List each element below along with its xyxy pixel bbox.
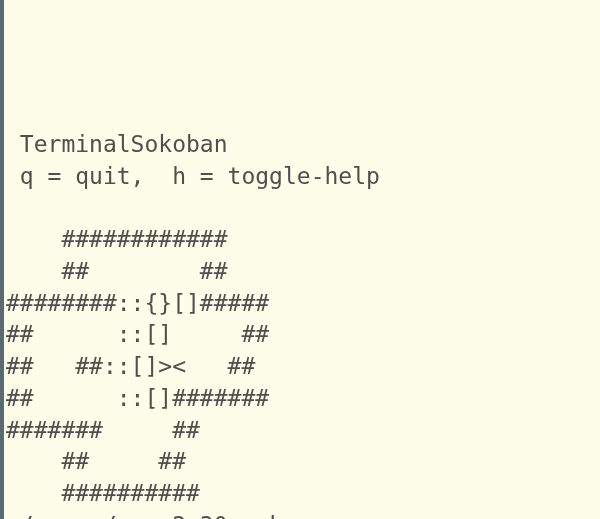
board-row: ## ::[]#######	[6, 385, 269, 411]
board-row: ############	[6, 226, 228, 252]
help-hint-line: q = quit, h = toggle-help	[6, 163, 380, 189]
board-row: ########::{}[]#####	[6, 290, 269, 316]
board-row: ## ::[] ##	[6, 321, 269, 347]
app-title: TerminalSokoban	[6, 131, 228, 157]
board-row: ## ##::[]>< ##	[6, 353, 255, 379]
board-row: ####### ##	[6, 417, 200, 443]
terminal-screen: TerminalSokoban q = quit, h = toggle-hel…	[6, 129, 600, 519]
board-row: ## ##	[6, 258, 228, 284]
level-file-path: ./games/anom2_30.sok	[6, 512, 283, 519]
board-row: ## ##	[6, 448, 186, 474]
board-row: ##########	[6, 480, 200, 506]
